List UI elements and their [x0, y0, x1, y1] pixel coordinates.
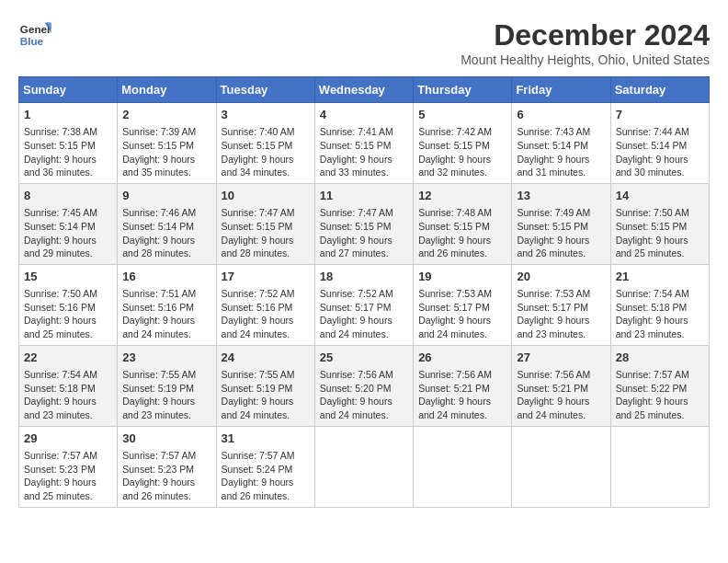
day-number: 17	[222, 269, 310, 285]
day-number: 30	[122, 431, 210, 447]
weekday-header: Monday	[118, 77, 216, 103]
day-info: Sunrise: 7:53 AM Sunset: 5:17 PM Dayligh…	[418, 287, 506, 341]
day-number: 19	[418, 269, 506, 285]
day-info: Sunrise: 7:39 AM Sunset: 5:15 PM Dayligh…	[122, 125, 210, 179]
calendar-cell: 19Sunrise: 7:53 AM Sunset: 5:17 PM Dayli…	[414, 264, 512, 345]
calendar-cell: 18Sunrise: 7:52 AM Sunset: 5:17 PM Dayli…	[314, 264, 413, 345]
day-info: Sunrise: 7:55 AM Sunset: 5:19 PM Dayligh…	[122, 368, 210, 422]
calendar-cell: 7Sunrise: 7:44 AM Sunset: 5:14 PM Daylig…	[610, 103, 709, 184]
day-number: 20	[517, 269, 605, 285]
calendar-cell: 9Sunrise: 7:46 AM Sunset: 5:14 PM Daylig…	[118, 183, 216, 264]
weekday-header: Tuesday	[216, 77, 314, 103]
calendar-cell: 15Sunrise: 7:50 AM Sunset: 5:16 PM Dayli…	[19, 264, 118, 345]
day-number: 13	[517, 188, 605, 204]
calendar-cell: 13Sunrise: 7:49 AM Sunset: 5:15 PM Dayli…	[512, 183, 610, 264]
calendar-cell: 26Sunrise: 7:56 AM Sunset: 5:21 PM Dayli…	[414, 345, 512, 426]
day-number: 21	[616, 269, 704, 285]
day-info: Sunrise: 7:42 AM Sunset: 5:15 PM Dayligh…	[418, 125, 506, 179]
day-info: Sunrise: 7:49 AM Sunset: 5:15 PM Dayligh…	[517, 206, 605, 260]
day-number: 23	[122, 350, 210, 366]
calendar-cell: 2Sunrise: 7:39 AM Sunset: 5:15 PM Daylig…	[118, 103, 216, 184]
day-number: 14	[616, 188, 704, 204]
day-info: Sunrise: 7:40 AM Sunset: 5:15 PM Dayligh…	[222, 125, 310, 179]
calendar-cell: 5Sunrise: 7:42 AM Sunset: 5:15 PM Daylig…	[414, 103, 512, 184]
location: Mount Healthy Heights, Ohio, United Stat…	[461, 52, 710, 67]
calendar-cell: 25Sunrise: 7:56 AM Sunset: 5:20 PM Dayli…	[314, 345, 413, 426]
logo-icon: General Blue	[18, 18, 51, 52]
day-number: 9	[122, 188, 210, 204]
day-info: Sunrise: 7:56 AM Sunset: 5:21 PM Dayligh…	[418, 368, 506, 422]
day-number: 25	[320, 350, 408, 366]
calendar-cell: 27Sunrise: 7:56 AM Sunset: 5:21 PM Dayli…	[512, 345, 610, 426]
day-info: Sunrise: 7:56 AM Sunset: 5:20 PM Dayligh…	[320, 368, 408, 422]
calendar-cell: 12Sunrise: 7:48 AM Sunset: 5:15 PM Dayli…	[414, 183, 512, 264]
calendar-cell: 8Sunrise: 7:45 AM Sunset: 5:14 PM Daylig…	[19, 183, 118, 264]
day-number: 24	[222, 350, 310, 366]
day-number: 22	[24, 350, 112, 366]
day-number: 11	[320, 188, 408, 204]
calendar-cell: 14Sunrise: 7:50 AM Sunset: 5:15 PM Dayli…	[610, 183, 709, 264]
day-number: 6	[517, 107, 605, 123]
day-number: 29	[24, 431, 112, 447]
calendar-cell: 10Sunrise: 7:47 AM Sunset: 5:15 PM Dayli…	[216, 183, 314, 264]
day-info: Sunrise: 7:57 AM Sunset: 5:24 PM Dayligh…	[222, 449, 310, 503]
day-number: 7	[616, 107, 704, 123]
day-info: Sunrise: 7:48 AM Sunset: 5:15 PM Dayligh…	[418, 206, 506, 260]
calendar-cell: 4Sunrise: 7:41 AM Sunset: 5:15 PM Daylig…	[314, 103, 413, 184]
day-info: Sunrise: 7:52 AM Sunset: 5:16 PM Dayligh…	[222, 287, 310, 341]
day-info: Sunrise: 7:53 AM Sunset: 5:17 PM Dayligh…	[517, 287, 605, 341]
day-info: Sunrise: 7:57 AM Sunset: 5:23 PM Dayligh…	[122, 449, 210, 503]
calendar-cell: 29Sunrise: 7:57 AM Sunset: 5:23 PM Dayli…	[19, 426, 118, 507]
calendar-cell: 23Sunrise: 7:55 AM Sunset: 5:19 PM Dayli…	[118, 345, 216, 426]
day-info: Sunrise: 7:41 AM Sunset: 5:15 PM Dayligh…	[320, 125, 408, 179]
calendar-table: SundayMondayTuesdayWednesdayThursdayFrid…	[18, 76, 710, 508]
day-info: Sunrise: 7:44 AM Sunset: 5:14 PM Dayligh…	[616, 125, 704, 179]
day-number: 2	[122, 107, 210, 123]
day-info: Sunrise: 7:45 AM Sunset: 5:14 PM Dayligh…	[24, 206, 112, 260]
weekday-header: Wednesday	[314, 77, 413, 103]
day-info: Sunrise: 7:50 AM Sunset: 5:16 PM Dayligh…	[24, 287, 112, 341]
day-info: Sunrise: 7:47 AM Sunset: 5:15 PM Dayligh…	[320, 206, 408, 260]
calendar-cell: 6Sunrise: 7:43 AM Sunset: 5:14 PM Daylig…	[512, 103, 610, 184]
logo: General Blue	[18, 18, 51, 52]
calendar-cell	[314, 426, 413, 507]
day-number: 5	[418, 107, 506, 123]
day-info: Sunrise: 7:56 AM Sunset: 5:21 PM Dayligh…	[517, 368, 605, 422]
calendar-cell: 31Sunrise: 7:57 AM Sunset: 5:24 PM Dayli…	[216, 426, 314, 507]
day-number: 16	[122, 269, 210, 285]
day-number: 15	[24, 269, 112, 285]
calendar-cell: 30Sunrise: 7:57 AM Sunset: 5:23 PM Dayli…	[118, 426, 216, 507]
day-number: 18	[320, 269, 408, 285]
weekday-header: Thursday	[414, 77, 512, 103]
day-info: Sunrise: 7:57 AM Sunset: 5:22 PM Dayligh…	[616, 368, 704, 422]
day-number: 8	[24, 188, 112, 204]
day-number: 10	[222, 188, 310, 204]
calendar-cell: 20Sunrise: 7:53 AM Sunset: 5:17 PM Dayli…	[512, 264, 610, 345]
svg-text:Blue: Blue	[20, 35, 44, 47]
day-info: Sunrise: 7:57 AM Sunset: 5:23 PM Dayligh…	[24, 449, 112, 503]
day-number: 3	[222, 107, 310, 123]
calendar-cell: 21Sunrise: 7:54 AM Sunset: 5:18 PM Dayli…	[610, 264, 709, 345]
day-number: 1	[24, 107, 112, 123]
day-info: Sunrise: 7:43 AM Sunset: 5:14 PM Dayligh…	[517, 125, 605, 179]
calendar-cell	[610, 426, 709, 507]
calendar-cell: 17Sunrise: 7:52 AM Sunset: 5:16 PM Dayli…	[216, 264, 314, 345]
day-number: 31	[222, 431, 310, 447]
calendar-cell: 16Sunrise: 7:51 AM Sunset: 5:16 PM Dayli…	[118, 264, 216, 345]
calendar-cell	[414, 426, 512, 507]
day-info: Sunrise: 7:52 AM Sunset: 5:17 PM Dayligh…	[320, 287, 408, 341]
day-info: Sunrise: 7:50 AM Sunset: 5:15 PM Dayligh…	[616, 206, 704, 260]
calendar-header: SundayMondayTuesdayWednesdayThursdayFrid…	[19, 77, 710, 103]
weekday-header: Sunday	[19, 77, 118, 103]
calendar-cell: 28Sunrise: 7:57 AM Sunset: 5:22 PM Dayli…	[610, 345, 709, 426]
page-header: General Blue December 2024 Mount Healthy…	[18, 18, 710, 67]
calendar-cell	[512, 426, 610, 507]
day-number: 27	[517, 350, 605, 366]
calendar-cell: 22Sunrise: 7:54 AM Sunset: 5:18 PM Dayli…	[19, 345, 118, 426]
day-number: 28	[616, 350, 704, 366]
day-info: Sunrise: 7:51 AM Sunset: 5:16 PM Dayligh…	[122, 287, 210, 341]
day-info: Sunrise: 7:54 AM Sunset: 5:18 PM Dayligh…	[24, 368, 112, 422]
day-number: 4	[320, 107, 408, 123]
month-title: December 2024	[461, 18, 710, 52]
weekday-header: Saturday	[610, 77, 709, 103]
